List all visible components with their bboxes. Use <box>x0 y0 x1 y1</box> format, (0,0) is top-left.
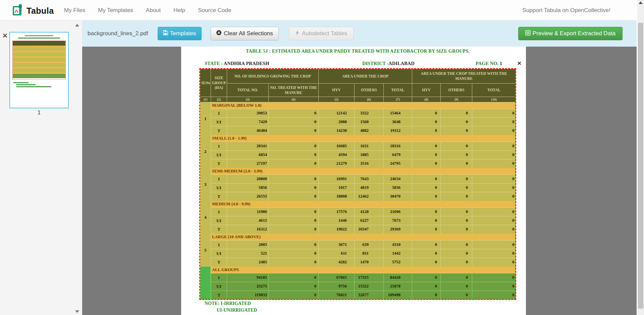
pdf-table-region: Sl.No SIZE GROUP (HA) NO. OF HOLDINGS GR… <box>200 69 516 299</box>
selection-close-icon[interactable]: ✕ <box>517 60 522 66</box>
thumbnail-page-number: 1 <box>9 110 69 116</box>
top-navbar: Tabula My Files My Templates About Help … <box>0 0 637 20</box>
nav-item-help[interactable]: Help <box>173 7 185 14</box>
remove-page-icon[interactable]: ✕ <box>2 33 8 39</box>
remove-circle-icon <box>216 30 224 37</box>
page-no-value: 1 <box>500 61 502 66</box>
thumb-note-line <box>16 84 36 85</box>
export-button-label: Preview & Export Extracted Data <box>533 30 616 37</box>
clear-button-label: Clear All Selections <box>224 30 273 37</box>
page-no-label: PAGE NO. <box>476 61 498 66</box>
toolbar: background_lines_2.pdf Templates Clear A… <box>82 20 637 47</box>
clear-all-selections-button[interactable]: Clear All Selections <box>211 27 279 40</box>
thumb-subtitle-line <box>18 38 60 39</box>
scrollbar-up-icon[interactable] <box>639 1 643 4</box>
pdf-page[interactable]: TABLE 5J : ESTIMATED AREA UNDER PADDY TR… <box>181 47 526 315</box>
district-label: DISTRICT : <box>362 61 388 66</box>
thumb-note-line <box>13 82 29 83</box>
page-thumbnail-sidebar: ✕ 1 <box>0 20 82 315</box>
nav-item-about[interactable]: About <box>146 7 161 14</box>
templates-button-label: Templates <box>170 30 196 37</box>
district-value: ADILABAD <box>388 61 414 66</box>
pdf-note-line-2: UI-UNIRRIGATED <box>217 308 257 313</box>
pdf-meta-line: STATE : ANDHRA PRADESH DISTRICT :ADILABA… <box>200 61 516 67</box>
preview-export-button[interactable]: Preview & Export Extracted Data <box>518 27 623 40</box>
brand-title[interactable]: Tabula <box>26 6 54 16</box>
pdf-viewer-area: TABLE 5J : ESTIMATED AREA UNDER PADDY TR… <box>82 47 637 315</box>
thumb-table-preview <box>12 41 66 80</box>
pdf-table-title: TABLE 5J : ESTIMATED AREA UNDER PADDY TR… <box>200 49 516 54</box>
sidebar-scroll-down-icon[interactable] <box>75 310 79 313</box>
save-template-icon <box>163 30 170 37</box>
autodetect-button-label: Autodetect Tables <box>302 30 347 37</box>
main-scrollbar[interactable] <box>637 0 644 315</box>
document-filename: background_lines_2.pdf <box>88 30 148 37</box>
support-link[interactable]: Support Tabula on OpenCollective! <box>523 0 610 20</box>
table-list-icon <box>525 30 533 37</box>
nav-item-my-files[interactable]: My Files <box>64 7 85 14</box>
nav-links: My Files My Templates About Help Source … <box>64 0 244 20</box>
brand[interactable]: Tabula <box>12 4 54 18</box>
nav-item-my-templates[interactable]: My Templates <box>98 7 133 14</box>
state-value: ANDHRA PRADESH <box>224 61 269 66</box>
pdf-note-line-1: NOTE: I-IRRIGATED <box>205 301 251 306</box>
sidebar-scroll-up-icon[interactable] <box>75 24 79 27</box>
autodetect-tables-button-disabled[interactable]: Autodetect Tables <box>289 27 354 40</box>
nav-item-source-code[interactable]: Source Code <box>198 7 231 14</box>
page-thumbnail[interactable] <box>9 32 69 108</box>
thumb-title-line <box>25 35 53 36</box>
tabula-logo-icon <box>12 4 23 18</box>
thumb-note-line <box>16 86 51 87</box>
scrollbar-thumb[interactable] <box>638 23 643 309</box>
lightning-bolt-icon <box>295 30 302 37</box>
table-selection-box[interactable] <box>199 68 516 300</box>
state-label: STATE : <box>205 61 223 66</box>
templates-button[interactable]: Templates <box>158 27 202 40</box>
